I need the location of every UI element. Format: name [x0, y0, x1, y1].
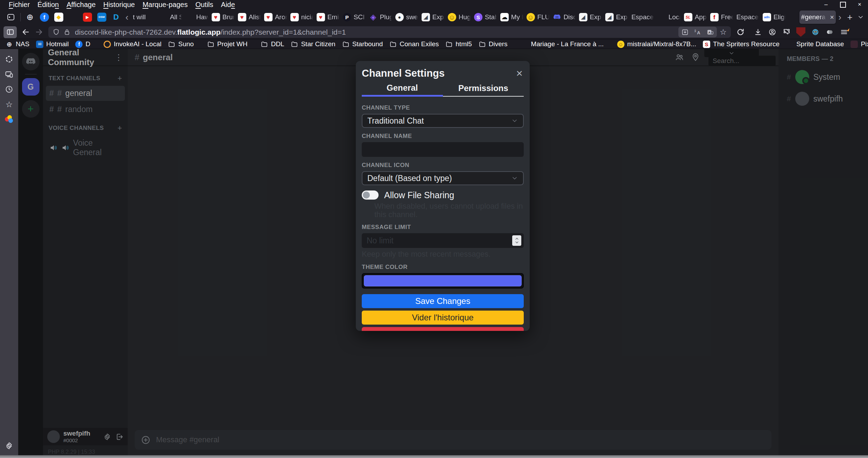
- browser-tab[interactable]: ♥nicia: [289, 11, 315, 24]
- browser-tab[interactable]: Hawai: [184, 11, 210, 24]
- url-bar[interactable]: discord-like-php-chat-7262.dev.flatlogic…: [48, 26, 731, 38]
- pinned-tab[interactable]: ▶: [80, 11, 94, 24]
- lock-icon[interactable]: [63, 28, 71, 36]
- save-page-icon[interactable]: [679, 27, 691, 37]
- browser-tab[interactable]: ☺FLUX.2: [525, 11, 551, 24]
- browser-tab[interactable]: ♥Alister: [236, 11, 262, 24]
- bookmark-item[interactable]: ✉Hotmail: [36, 40, 69, 48]
- menu-item-fichier[interactable]: Fichier: [5, 1, 34, 9]
- bookmark-item[interactable]: Conan Exiles: [389, 40, 439, 48]
- history-icon[interactable]: [5, 85, 14, 94]
- browser-tab[interactable]: SLAppar: [682, 11, 708, 24]
- browser-tab[interactable]: ◢Explor: [604, 11, 630, 24]
- spinner-down-icon[interactable]: [515, 241, 519, 244]
- new-tab-button[interactable]: +: [844, 11, 855, 23]
- bookmark-item[interactable]: fD: [75, 40, 90, 48]
- bookmark-item[interactable]: Sprite Database: [786, 40, 844, 48]
- menu-item-outils[interactable]: Outils: [191, 1, 217, 9]
- bookmark-item[interactable]: Mariage - La France à ...: [521, 40, 604, 48]
- bookmarks-star-icon[interactable]: ☆: [5, 100, 14, 109]
- close-window-button[interactable]: ×: [851, 0, 868, 9]
- downloads-icon[interactable]: [751, 26, 764, 38]
- number-spinner[interactable]: [512, 235, 521, 246]
- synced-tabs-icon[interactable]: [5, 70, 14, 79]
- tab-permissions[interactable]: Permissions: [443, 81, 524, 97]
- channel-type-select[interactable]: Traditional Chat: [362, 114, 524, 128]
- menu-item-affichage[interactable]: Affichage: [63, 1, 99, 9]
- extensions-palette-icon[interactable]: [5, 115, 14, 124]
- browser-tab[interactable]: ◢Explor: [420, 11, 446, 24]
- bookmark-item[interactable]: ⊕NAS: [6, 40, 29, 48]
- tab-general[interactable]: General: [362, 81, 443, 97]
- bookmark-item[interactable]: Suno: [168, 40, 193, 48]
- list-tabs-button[interactable]: [856, 11, 866, 23]
- bookmark-item[interactable]: ☺mistralai/Mixtral-8x7B...: [617, 40, 696, 48]
- browser-tab[interactable]: ●swefpi: [394, 11, 420, 24]
- settings-gear-icon[interactable]: [5, 441, 14, 450]
- pinned-tab[interactable]: ⊕: [23, 11, 37, 24]
- back-button[interactable]: [19, 26, 32, 38]
- browser-tab[interactable]: All Siz: [157, 11, 184, 24]
- close-icon[interactable]: ×: [516, 68, 523, 79]
- browser-tab[interactable]: ◢Explor: [577, 11, 604, 24]
- bookmark-item[interactable]: Divers: [479, 40, 508, 48]
- scroll-tabs-left-button[interactable]: ‹: [123, 11, 131, 24]
- browser-tab[interactable]: ♥Emie0: [315, 11, 341, 24]
- browser-tab[interactable]: adnEligibi: [761, 11, 787, 24]
- browser-tab[interactable]: SStable: [472, 11, 499, 24]
- menu-item-aide[interactable]: Aide: [217, 1, 239, 9]
- sidebar-toggle-button[interactable]: [3, 26, 17, 38]
- browser-tab[interactable]: ☁My Ha: [499, 11, 525, 24]
- browser-tab[interactable]: ◈Plugin: [367, 11, 394, 24]
- theme-color-input[interactable]: [362, 273, 524, 289]
- pinned-tab[interactable]: ◆: [52, 11, 65, 24]
- scroll-tabs-right-button[interactable]: ›: [836, 11, 844, 24]
- channel-name-input[interactable]: [362, 142, 524, 157]
- bookmark-item[interactable]: SThe Spriters Resource: [703, 40, 779, 48]
- shield-icon[interactable]: [52, 28, 60, 36]
- pinned-tab[interactable]: f: [37, 11, 51, 24]
- browser-tab[interactable]: ♥Aromy: [262, 11, 289, 24]
- browser-tab[interactable]: ☺Huggi: [446, 11, 472, 24]
- bookmark-item[interactable]: Star Citizen: [291, 40, 335, 48]
- bookmark-item[interactable]: html5: [445, 40, 472, 48]
- browser-tab[interactable]: PSCI RE: [341, 11, 367, 24]
- minimize-button[interactable]: –: [818, 0, 834, 9]
- channel-icon-select[interactable]: Default (Based on type): [362, 171, 524, 185]
- delete-channel-button[interactable]: Delete Channel: [362, 327, 524, 331]
- ai-chatbot-icon[interactable]: [5, 55, 14, 64]
- browser-tab[interactable]: Espace clie: [630, 11, 656, 24]
- bot-extension-icon[interactable]: [809, 26, 822, 38]
- extensions-icon[interactable]: [780, 26, 793, 38]
- browser-tab[interactable]: Locati: [656, 11, 682, 24]
- browser-tab[interactable]: Discor: [787, 11, 799, 24]
- bookmark-item[interactable]: DDL: [261, 40, 284, 48]
- bookmark-item[interactable]: PixelPlush Studio - Pix...: [851, 40, 868, 48]
- ublock-origin-icon[interactable]: [794, 26, 807, 38]
- firefox-view-button[interactable]: [3, 11, 18, 23]
- containers-icon[interactable]: [823, 26, 836, 38]
- forward-button[interactable]: [32, 26, 45, 38]
- account-icon[interactable]: [765, 26, 779, 38]
- pinned-tab[interactable]: [66, 11, 80, 24]
- menu-item-marquepages[interactable]: Marque-pages: [139, 1, 191, 9]
- reload-button[interactable]: [734, 26, 747, 38]
- bookmark-star-icon[interactable]: ☆: [717, 27, 729, 37]
- active-tab[interactable]: #genera ×: [799, 11, 836, 24]
- clear-history-button[interactable]: Vider l'historique: [362, 311, 524, 325]
- browser-tab[interactable]: Espace abo: [735, 11, 761, 24]
- menu-icon[interactable]: [837, 26, 851, 38]
- spinner-up-icon[interactable]: [515, 237, 519, 241]
- browser-tab[interactable]: ♥Bruni2: [210, 11, 236, 24]
- menu-item-historique[interactable]: Historique: [99, 1, 139, 9]
- translate-icon[interactable]: x̄A: [692, 27, 704, 37]
- bookmark-item[interactable]: InvokeAI - Local: [104, 40, 161, 48]
- browser-tab[interactable]: t will: [131, 11, 157, 24]
- pinned-tab[interactable]: D: [109, 11, 123, 24]
- browser-tab[interactable]: Discor: [551, 11, 577, 24]
- file-sharing-toggle[interactable]: [362, 190, 379, 200]
- message-limit-input[interactable]: [362, 233, 524, 248]
- bookmark-item[interactable]: Starbound: [342, 40, 383, 48]
- bookmark-item[interactable]: Projet WH: [207, 40, 248, 48]
- menu-item-dition[interactable]: Édition: [34, 1, 63, 9]
